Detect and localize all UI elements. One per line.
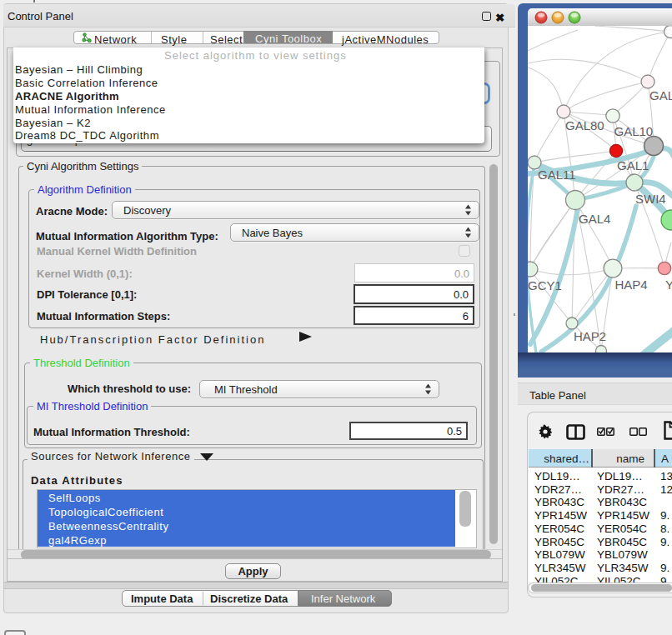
svg-text:GAL1: GAL1	[617, 158, 649, 172]
svg-text:GAL80: GAL80	[565, 118, 604, 132]
svg-text:HAP2: HAP2	[574, 329, 606, 343]
svg-text:GAL10: GAL10	[614, 124, 654, 138]
svg-text:HAP4: HAP4	[615, 278, 648, 292]
svg-text:SWI4: SWI4	[635, 192, 666, 206]
svg-text:GAL: GAL	[649, 88, 672, 102]
svg-text:GCY1: GCY1	[528, 278, 562, 292]
svg-text:GAL11: GAL11	[538, 168, 576, 182]
svg-text:GAL4: GAL4	[579, 212, 610, 226]
svg-text:Y: Y	[665, 278, 672, 292]
